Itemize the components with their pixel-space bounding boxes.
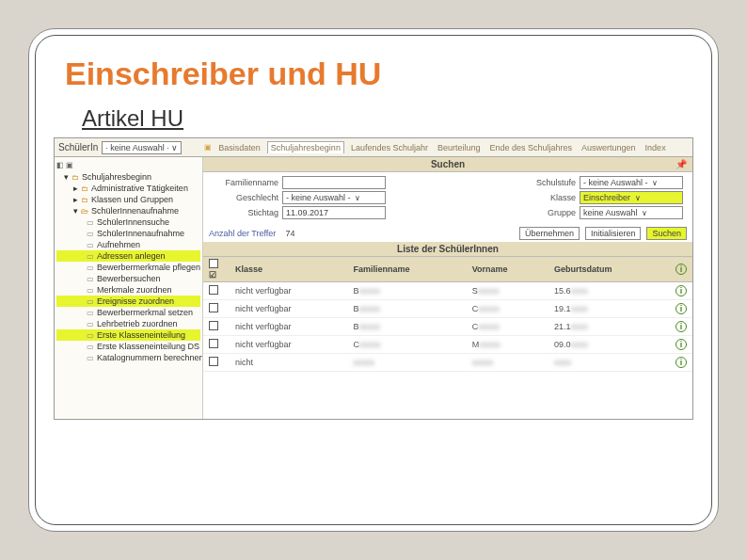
col-info: i [670,257,692,282]
klasse-label: Klasse [510,193,576,202]
list-header: Liste der SchülerInnen [203,242,692,257]
expand-icon: ▾ [64,172,69,182]
expand-icon: ▸ [73,195,78,204]
schueler-dropdown[interactable]: · keine Auswahl · ∨ [102,141,182,154]
tree-item[interactable]: ▭ Aufnehmen [56,239,200,250]
page-icon: ▭ [87,275,94,283]
tab-basisdaten[interactable]: Basisdaten [215,142,263,153]
info-icon[interactable]: i [675,264,687,275]
tree-item[interactable]: ▭ Erste Klasseneinteilung [56,329,200,341]
content-pane: Suchen 📌 Familienname Geschlecht - keine… [203,157,692,419]
initialisieren-button[interactable]: Initialisieren [585,227,642,240]
cell-familienname: xxxxx [347,354,466,372]
tab-auswertungen[interactable]: Auswertungen [579,142,639,153]
cell-familienname: Cxxxxx [347,336,466,354]
cell-familienname: Bxxxxx [347,318,466,336]
tree-folder-klassen[interactable]: ▸ 🗀 Klassen und Gruppen [56,194,200,205]
familienname-input[interactable] [282,176,386,189]
gruppe-select[interactable]: keine Auswahl ∨ [580,206,683,219]
familienname-label: Familienname [213,178,278,187]
page-icon: ▭ [87,230,94,238]
expand-icon: ▸ [73,184,78,193]
page-icon: ▭ [87,309,94,317]
table-row[interactable]: nicht verfügbarBxxxxxSxxxxx15.6xxxxi [203,282,692,300]
tab-laufendes[interactable]: Laufendes Schuljahr [348,142,431,153]
row-checkbox[interactable] [209,285,218,295]
tab-schuljahresbeginn[interactable]: Schuljahresbeginn [267,141,344,153]
cell-geburt: 15.6xxxx [548,282,670,300]
tree-item[interactable]: ▭ Ereignisse zuordnen [56,296,200,307]
info-icon[interactable]: i [675,285,687,296]
row-checkbox[interactable] [209,339,218,348]
tree-item[interactable]: ▭ Bewerbermerkmale pflegen [56,262,200,273]
page-icon: ▭ [87,241,94,249]
tree-folder-admin[interactable]: ▸ 🗀 Administrative Tätigkeiten [56,183,200,194]
cell-geburt: xxxx [548,354,670,372]
row-checkbox[interactable] [209,303,218,312]
table-row[interactable]: nichtxxxxxxxxxxxxxxi [203,354,692,372]
cell-klasse: nicht verfügbar [230,300,347,318]
col-vorname[interactable]: Vorname [467,257,548,282]
table-row[interactable]: nicht verfügbarBxxxxxCxxxxx19.1xxxxi [203,300,692,318]
stichtag-label: Stichtag [213,208,278,217]
select-all-checkbox[interactable] [209,259,218,268]
geschlecht-select[interactable]: - keine Auswahl - ∨ [282,191,386,204]
page-icon: ▭ [87,354,94,362]
slide-title: Einschreiber und HU [65,56,693,92]
tree-item[interactable]: ▭ Adressen anlegen [56,250,200,262]
tree-folder-aufnahme[interactable]: ▾ 🗁 SchülerInnenaufnahme [56,205,200,216]
cell-vorname: Cxxxxx [467,300,548,318]
pin-icon[interactable]: 📌 [675,159,687,169]
sidebar-tree: ◧ ▣ ▾ 🗀 Schuljahresbeginn ▸ 🗀 Administra… [55,157,203,419]
info-icon[interactable]: i [675,357,687,368]
page-icon: ▭ [87,343,94,351]
tab-index[interactable]: Index [643,142,669,153]
tree-item[interactable]: ▭ Bewerbersuchen [56,273,200,284]
tree-item[interactable]: ▭ Lehrbetrieb zuordnen [56,318,200,329]
cell-familienname: Bxxxxx [347,300,466,318]
cell-vorname: Mxxxxx [467,336,548,354]
col-klasse[interactable]: Klasse [230,257,347,282]
tree-item[interactable]: ▭ SchülerInnensuche [56,216,200,228]
page-icon: ▭ [87,297,94,306]
slide-subtitle[interactable]: Artikel HU [82,105,693,132]
row-checkbox[interactable] [209,357,218,366]
folder-icon: 🗁 [81,207,88,216]
geschlecht-label: Geschlecht [213,193,278,202]
schulstufe-select[interactable]: - keine Auswahl - ∨ [580,176,683,189]
cell-vorname: Cxxxxx [467,318,548,336]
tree-item[interactable]: ▭ Bewerbermerkmal setzen [56,307,200,318]
suchen-button[interactable]: Suchen [646,227,687,240]
folder-icon: 🗀 [72,173,79,182]
cell-geburt: 21.1xxxx [548,318,670,336]
page-icon: ▭ [87,320,94,328]
tree-item[interactable]: ▭ Katalognummern berechnen [56,352,200,363]
stichtag-input[interactable]: 11.09.2017 [282,206,386,219]
gruppe-label: Gruppe [510,208,576,217]
tree-toggles[interactable]: ◧ ▣ [56,161,200,169]
table-row[interactable]: nicht verfügbarBxxxxxCxxxxx21.1xxxxi [203,318,692,336]
info-icon[interactable]: i [675,321,687,332]
page-icon: ▭ [87,218,94,227]
tree-item[interactable]: ▭ SchülerInnenaufnahme [56,228,200,239]
tab-beurteilung[interactable]: Beurteilung [435,142,484,153]
info-icon[interactable]: i [675,339,687,350]
folder-icon: 🗀 [81,196,88,204]
uebernehmen-button[interactable]: Übernehmen [519,227,580,240]
info-icon[interactable]: i [675,303,687,314]
tab-ende[interactable]: Ende des Schuljahres [487,142,576,153]
table-row[interactable]: nicht verfügbarCxxxxxMxxxxx09.0xxxxi [203,336,692,354]
cell-klasse: nicht verfügbar [230,282,347,300]
cell-familienname: Bxxxxx [347,282,466,300]
row-checkbox[interactable] [209,321,218,330]
schulstufe-label: Schulstufe [510,178,576,187]
klasse-select[interactable]: Einschreiber ∨ [580,191,683,204]
col-familienname[interactable]: Familienname [347,257,466,282]
tree-root[interactable]: ▾ 🗀 Schuljahresbeginn [56,171,200,183]
tree-item[interactable]: ▭ Merkmale zuordnen [56,284,200,296]
folder-icon: ▣ [204,143,212,152]
folder-icon: 🗀 [81,184,88,193]
col-geburtsdatum[interactable]: Geburtsdatum [548,257,670,282]
cell-klasse: nicht verfügbar [230,336,347,354]
tree-item[interactable]: ▭ Erste Klasseneinteilung DS [56,341,200,352]
